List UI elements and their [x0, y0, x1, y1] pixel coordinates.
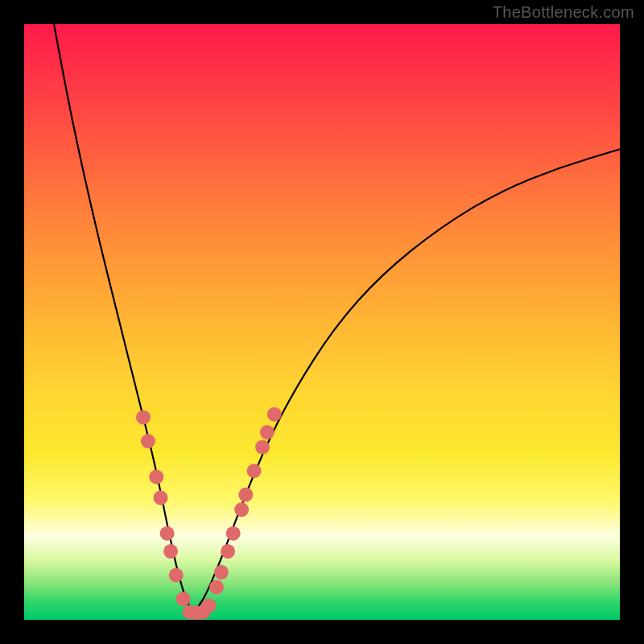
highlight-dot [201, 598, 216, 613]
highlight-dot [136, 410, 151, 424]
highlight-dot [226, 526, 241, 541]
bottleneck-curve [54, 24, 620, 609]
highlight-dot [238, 488, 253, 502]
highlight-dot [234, 502, 249, 517]
highlight-dot [160, 526, 175, 541]
highlight-dot [149, 469, 163, 484]
highlight-dot [141, 434, 155, 448]
highlight-dot [221, 544, 235, 559]
highlight-dot [247, 464, 262, 478]
highlight-dot [267, 407, 282, 422]
plot-area [24, 24, 620, 620]
highlight-dot [169, 568, 184, 583]
highlight-dot [154, 490, 168, 505]
highlight-dot [209, 580, 224, 594]
highlight-dot [163, 544, 178, 559]
curve-layer [24, 24, 620, 620]
highlight-dot [214, 565, 229, 580]
highlight-dot [255, 440, 270, 454]
chart-frame: TheBottleneck.com [0, 0, 644, 644]
highlight-dot [176, 592, 191, 606]
watermark-text: TheBottleneck.com [493, 3, 634, 22]
highlight-dot [260, 425, 275, 440]
